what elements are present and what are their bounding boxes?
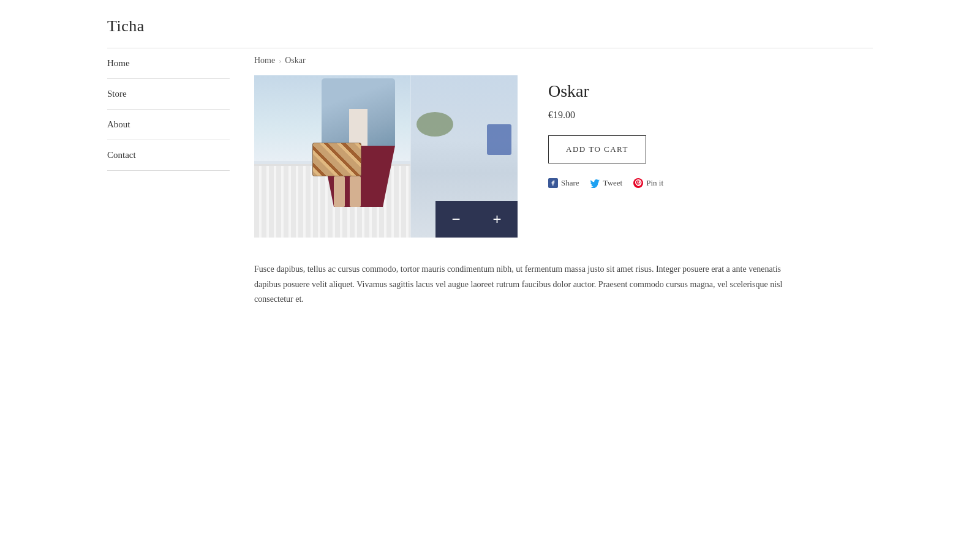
social-share: Share Tweet bbox=[548, 178, 873, 188]
breadcrumb-separator: › bbox=[279, 56, 281, 66]
jacket bbox=[322, 78, 395, 146]
site-header: Ticha bbox=[0, 0, 980, 48]
product-name: Oskar bbox=[548, 81, 873, 101]
breadcrumb: Home › Oskar bbox=[254, 48, 873, 75]
breadcrumb-current: Oskar bbox=[285, 56, 305, 66]
facebook-icon bbox=[548, 178, 558, 188]
image-navigation: − + bbox=[435, 201, 518, 238]
pinterest-pin-label: Pin it bbox=[646, 178, 663, 188]
image-prev-button[interactable]: − bbox=[435, 201, 477, 238]
main-content: Home › Oskar bbox=[230, 48, 873, 307]
product-description: Fusce dapibus, tellus ac cursus commodo,… bbox=[254, 262, 787, 307]
sidebar-item-about[interactable]: About bbox=[107, 110, 230, 140]
facebook-share-label: Share bbox=[561, 178, 579, 188]
add-to-cart-button[interactable]: ADD TO CART bbox=[548, 135, 646, 163]
photo-divider bbox=[410, 75, 411, 238]
sidebar-item-home[interactable]: Home bbox=[107, 48, 230, 79]
sidebar-nav: Home Store About Contact bbox=[107, 48, 230, 307]
product-info: Oskar €19.00 ADD TO CART Share bbox=[548, 75, 873, 188]
pinterest-icon bbox=[633, 178, 643, 188]
page-layout: Home Store About Contact Home › Oskar bbox=[0, 48, 980, 307]
product-price: €19.00 bbox=[548, 110, 873, 121]
sidebar-item-contact[interactable]: Contact bbox=[107, 140, 230, 171]
twitter-share-link[interactable]: Tweet bbox=[590, 178, 623, 188]
legs bbox=[334, 176, 361, 207]
image-next-button[interactable]: + bbox=[477, 201, 518, 238]
facebook-share-link[interactable]: Share bbox=[548, 178, 579, 188]
purse bbox=[312, 143, 361, 176]
pinterest-pin-link[interactable]: Pin it bbox=[633, 178, 663, 188]
twitter-tweet-label: Tweet bbox=[603, 178, 623, 188]
product-section: − + Oskar €19.00 ADD TO CART bbox=[254, 75, 873, 238]
breadcrumb-home[interactable]: Home bbox=[254, 56, 275, 66]
product-image-container: − + bbox=[254, 75, 518, 238]
site-title: Ticha bbox=[107, 17, 873, 36]
sidebar-item-store[interactable]: Store bbox=[107, 79, 230, 110]
twitter-icon bbox=[590, 178, 600, 188]
